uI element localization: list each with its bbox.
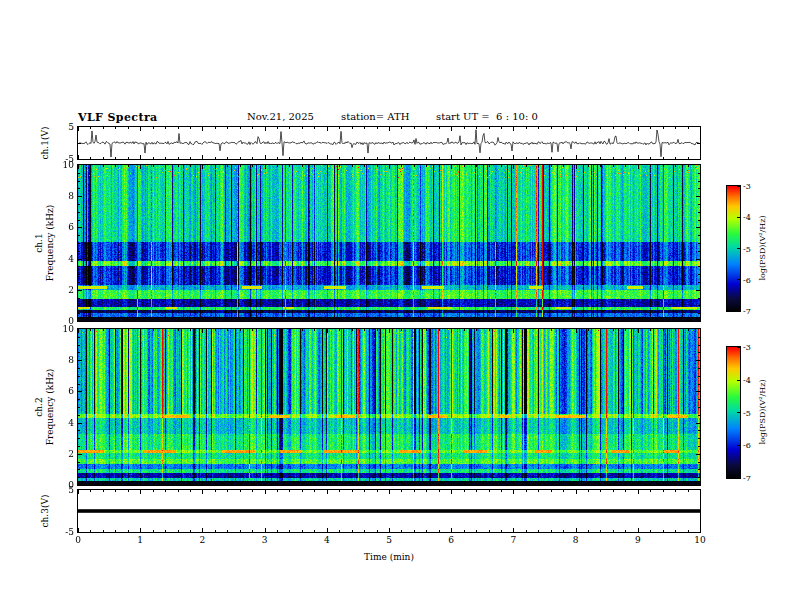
y-tick-label: 8	[52, 191, 74, 201]
x-tick-label: 5	[379, 535, 399, 545]
ch1-frequency-axis-label: ch.1 Frequency (kHz)	[34, 185, 56, 301]
ch1-spectrogram-canvas	[78, 165, 700, 321]
ch1-waveform-panel	[77, 126, 701, 160]
y-tick-label: 6	[52, 222, 74, 232]
colorbar-tick-label: -7	[743, 307, 761, 317]
colorbar-tick-label: -5	[743, 245, 761, 255]
colorbar-tick-label: -5	[743, 409, 761, 419]
colorbar-tick-label: -4	[743, 213, 761, 223]
y-tick-label: 4	[52, 254, 74, 264]
start-ut-label: start UT = 6 : 10: 0	[436, 111, 538, 122]
x-tick-label: 8	[566, 535, 586, 545]
y-tick-label: 8	[52, 355, 74, 365]
y-tick-label: 2	[52, 285, 74, 295]
vlf-spectra-figure: VLF Spectra Nov.21, 2025 station= ATH st…	[0, 0, 792, 612]
figure-title: VLF Spectra	[78, 111, 158, 124]
y-tick-label: 10	[52, 160, 74, 170]
colorbar-tick-label: -6	[743, 276, 761, 286]
x-tick-label: 6	[441, 535, 461, 545]
ch2-spectrogram-canvas	[78, 329, 700, 485]
station-label: station= ATH	[341, 111, 409, 122]
ch2-frequency-axis-label: ch.2 Frequency (kHz)	[34, 349, 56, 465]
date-label: Nov.21, 2025	[247, 111, 314, 122]
x-tick-label: 3	[255, 535, 275, 545]
y-tick-label: 5	[52, 122, 74, 132]
y-tick-label: 5	[52, 485, 74, 495]
ch2-frequency-axis-line1: ch.2	[34, 349, 45, 465]
x-tick-label: 10	[690, 535, 710, 545]
ch3-voltage-axis-label: ch.3(V)	[40, 481, 52, 541]
ch3-waveform-canvas	[78, 490, 700, 532]
x-tick-label: 4	[317, 535, 337, 545]
y-tick-label: 2	[52, 449, 74, 459]
colorbar-tick-label: -4	[743, 376, 761, 386]
x-axis-label: Time (min)	[339, 552, 439, 562]
colorbar-ch2	[726, 346, 741, 479]
ch1-waveform-canvas	[78, 127, 700, 159]
colorbar-tick-label: -3	[743, 343, 761, 353]
x-tick-label: 1	[130, 535, 150, 545]
y-tick-label: 6	[52, 386, 74, 396]
ch1-frequency-axis-line1: ch.1	[34, 185, 45, 301]
colorbar-ch1	[726, 185, 741, 312]
colorbar-tick-label: -3	[743, 182, 761, 192]
ch1-voltage-axis-label: ch.1(V)	[40, 113, 52, 173]
x-tick-label: 9	[628, 535, 648, 545]
ch2-spectrogram-panel	[77, 328, 701, 486]
x-tick-label: 7	[503, 535, 523, 545]
ch3-waveform-panel	[77, 489, 701, 533]
ch1-spectrogram-panel	[77, 164, 701, 322]
colorbar-ch2-canvas	[727, 347, 740, 478]
x-tick-label: 0	[68, 535, 88, 545]
y-tick-label: 10	[52, 324, 74, 334]
colorbar-ch1-canvas	[727, 186, 740, 311]
y-tick-label: 4	[52, 418, 74, 428]
ch1-frequency-axis-line2: Frequency (kHz)	[45, 185, 56, 301]
colorbar-tick-label: -6	[743, 441, 761, 451]
x-tick-label: 2	[192, 535, 212, 545]
ch2-frequency-axis-line2: Frequency (kHz)	[45, 349, 56, 465]
colorbar-tick-label: -7	[743, 474, 761, 484]
